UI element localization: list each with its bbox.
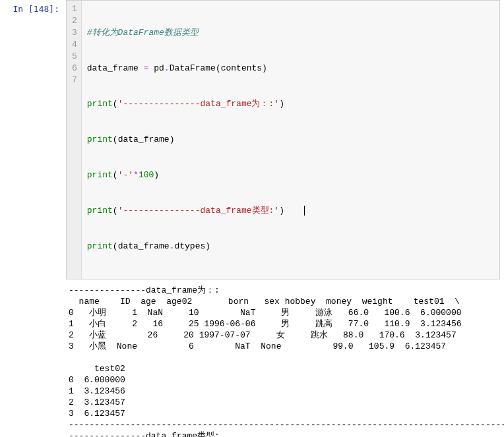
builtin-token: print [87, 206, 113, 216]
builtin-token: print [87, 241, 113, 251]
code-line: print('---------------data_frame类型:') [87, 205, 494, 217]
string-quote: ' [274, 99, 279, 109]
line-number: 6 [72, 63, 77, 74]
paren-token: ( [113, 206, 118, 216]
code-line: print(data_frame) [87, 134, 494, 146]
ident-token: (data_frame) [113, 134, 175, 144]
builtin-token: print [87, 170, 113, 180]
dot-token: . [164, 63, 170, 73]
text-cursor [304, 206, 305, 216]
string-token: --------------- [123, 99, 200, 109]
output-cell: ---------------data_frame为：: name ID age… [0, 285, 504, 437]
paren-token: ) [279, 206, 284, 216]
paren-token: ) [154, 170, 159, 180]
code-line: data_frame = pd.DataFrame(contents) [87, 63, 494, 74]
input-prompt: In [148]: [0, 0, 66, 14]
operator-token: * [133, 170, 139, 180]
line-number: 5 [72, 51, 77, 63]
code-editor[interactable]: #转化为DataFrame数据类型 data_frame = pd.DataFr… [82, 1, 499, 279]
line-number: 7 [72, 74, 77, 86]
string-cjk-token: 类型 [252, 206, 269, 216]
paren-token: ( [113, 99, 118, 109]
string-token: --------------- [123, 206, 200, 216]
ident-token: data_frame [87, 63, 144, 73]
line-number: 3 [72, 27, 77, 39]
ident-token: DataFrame(contents) [170, 63, 267, 73]
comment-token: #转化为DataFrame数据类型 [87, 28, 199, 38]
paren-token: ( [113, 170, 118, 180]
input-cell: In [148]: 1 2 3 4 5 6 7 #转化为DataFrame数据类… [0, 0, 504, 279]
string-token: data_frame为：: [200, 99, 274, 109]
code-input-area[interactable]: 1 2 3 4 5 6 7 #转化为DataFrame数据类型 data_fra… [66, 0, 500, 279]
builtin-token: print [87, 134, 113, 144]
line-number: 4 [72, 39, 77, 51]
builtin-token: print [87, 99, 113, 109]
string-quote: ' [128, 170, 133, 180]
output-prompt-spacer [0, 285, 66, 437]
line-number: 2 [72, 15, 77, 27]
paren-token: ) [279, 99, 284, 109]
code-line: #转化为DataFrame数据类型 [87, 27, 494, 39]
number-token: 100 [139, 170, 154, 180]
code-line: print('---------------data_frame为：:') [87, 98, 494, 110]
ident-token: pd [148, 63, 164, 73]
string-quote: ' [274, 206, 279, 216]
ident-token: dtypes) [174, 241, 210, 251]
code-line: print('-'*100) [87, 169, 494, 181]
output-text: ---------------data_frame为：: name ID age… [66, 285, 504, 437]
string-token: data_frame [200, 206, 251, 216]
code-line: print(data_frame.dtypes) [87, 241, 494, 252]
line-number-gutter: 1 2 3 4 5 6 7 [67, 1, 82, 279]
line-number: 1 [72, 3, 77, 15]
ident-token: (data_frame [113, 241, 170, 251]
